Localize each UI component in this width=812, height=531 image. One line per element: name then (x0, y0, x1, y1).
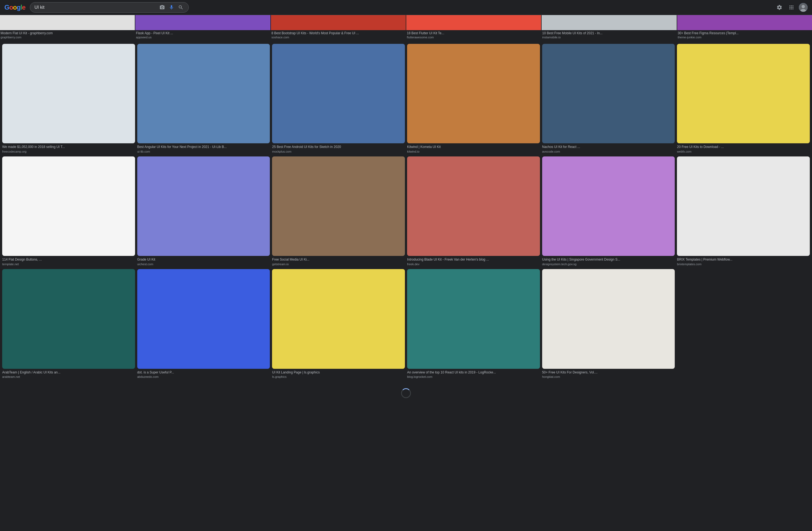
grid-item-title: Free Social Media UI Ki... (272, 257, 405, 262)
top-strip-domain: appseed.us (136, 35, 270, 39)
search-icons (159, 4, 184, 11)
grid-item-title: Kitwind | Kometa UI Kit (407, 145, 540, 149)
grid-item-domain: template.net (2, 262, 135, 266)
search-bar (30, 2, 189, 13)
grid-item-domain: webfx.com (677, 150, 810, 153)
grid-item-domain: brixtemplates.com (677, 262, 810, 266)
grid-item-domain: designsystem.tech.gov.sg (542, 262, 675, 266)
top-strip-thumb (271, 15, 406, 30)
apps-button[interactable] (787, 3, 796, 12)
grid-item-domain: abduzeedo.com (137, 375, 270, 378)
grid-item-domain: arabteam.net (2, 375, 135, 378)
grid-thumb (272, 156, 405, 256)
top-strip-item[interactable]: 8 Best Bootstrap UI Kits - World's Most … (271, 15, 406, 41)
top-strip-domain: theme-junkie.com (678, 35, 811, 39)
grid-item-domain: hongkiat.com (542, 375, 675, 378)
grid-item[interactable]: 50+ Free UI Kits For Designers, Vol.... … (542, 269, 675, 378)
grid-item[interactable]: 20 Free UI Kits to Download - ... webfx.… (677, 44, 810, 153)
grid-item-title: Best Angular UI Kits for Your Next Proje… (137, 145, 270, 149)
header: Google (0, 0, 812, 15)
top-strip-item[interactable]: 10 Best Free Mobile UI Kits of 2021 - In… (541, 15, 677, 41)
grid-item[interactable]: ArabTeam | English / Arabic UI Kits an..… (2, 269, 135, 378)
grid-item-domain: freecodecamp.org (2, 150, 135, 153)
grid-item[interactable]: We made $1,052,000 in 2018 selling UI T.… (2, 44, 135, 153)
grid-item-title: Introducing Blade UI Kit - Freek Van der… (407, 257, 540, 262)
grid-item-domain: blog.logrocket.com (407, 375, 540, 378)
grid-item-domain: uichest.com (137, 262, 270, 266)
top-strip-info: 10 Best Free Mobile UI Kits of 2021 - In… (541, 30, 677, 41)
grid-item[interactable]: dot. is a Super Useful P... abduzeedo.co… (137, 269, 270, 378)
top-strip-thumb (677, 15, 812, 30)
top-strip-title: 18 Best Flutter UI Kit Te... (407, 31, 540, 35)
grid-item-title: An overview of the top 10 React UI kits … (407, 370, 540, 375)
search-button[interactable] (177, 4, 184, 11)
grid-item-title: Nachos UI Kit for React ... (542, 145, 675, 149)
top-image-strip: Modern Flat UI Kit - graphberry.com grap… (0, 15, 812, 41)
top-strip-info: 18 Best Flutter UI Kit Te... flutterawes… (406, 30, 541, 41)
grid-item-title: 50+ Free UI Kits For Designers, Vol.... (542, 370, 675, 375)
grid-item[interactable]: Introducing Blade UI Kit - Freek Van der… (407, 156, 540, 266)
grid-item-domain: getstream.io (272, 262, 405, 266)
grid-item[interactable]: UI Kit Landing Page | ls.graphics ls.gra… (272, 269, 405, 378)
top-strip-item[interactable]: 18 Best Flutter UI Kit Te... flutterawes… (406, 15, 541, 41)
grid-item-title: 20 Free UI Kits to Download - ... (677, 145, 810, 149)
top-strip-domain: graphberry.com (1, 35, 134, 39)
grid-item[interactable]: Grade UI Kit uichest.com (137, 156, 270, 266)
camera-search-button[interactable] (159, 4, 165, 11)
top-strip-domain: flutterawesome.com (407, 35, 540, 39)
loading-indicator (0, 382, 812, 411)
grid-thumb (542, 44, 675, 144)
grid-item-domain: kitwind.io (407, 150, 540, 153)
image-grid: We made $1,052,000 in 2018 selling UI T.… (0, 41, 812, 382)
top-strip-title: 8 Best Bootstrap UI Kits - World's Most … (272, 31, 405, 35)
grid-item[interactable]: Kitwind | Kometa UI Kit kitwind.io (407, 44, 540, 153)
top-strip-item[interactable]: Flask App - Pixel UI Kit ... appseed.us (135, 15, 270, 41)
top-strip-info: Modern Flat UI Kit - graphberry.com grap… (0, 30, 135, 41)
grid-thumb (2, 269, 135, 369)
grid-item-domain: freek.dev (407, 262, 540, 266)
grid-thumb (677, 156, 810, 256)
grid-item-title: 114 Flat Design Buttons, ... (2, 257, 135, 262)
top-strip-title: Flask App - Pixel UI Kit ... (136, 31, 270, 35)
grid-item[interactable]: 114 Flat Design Buttons, ... template.ne… (2, 156, 135, 266)
top-strip-item[interactable]: 30+ Best Free Figma Resources (Templ... … (677, 15, 812, 41)
search-input[interactable] (34, 5, 156, 10)
grid-item-title: ArabTeam | English / Arabic UI Kits an..… (2, 370, 135, 375)
top-strip-thumb (0, 15, 135, 30)
search-icon (178, 5, 184, 10)
google-logo[interactable]: Google (4, 3, 26, 11)
settings-button[interactable] (775, 3, 784, 12)
header-right (775, 3, 808, 12)
grid-item[interactable]: Using the UI Kits | Singapore Government… (542, 156, 675, 266)
top-strip-item[interactable]: Modern Flat UI Kit - graphberry.com grap… (0, 15, 135, 41)
grid-item[interactable]: Free Social Media UI Ki... getstream.io (272, 156, 405, 266)
top-strip-title: 10 Best Free Mobile UI Kits of 2021 - In… (542, 31, 676, 35)
grid-thumb (2, 156, 135, 256)
loading-spinner (401, 388, 411, 398)
camera-icon (159, 5, 165, 10)
top-strip-title: 30+ Best Free Figma Resources (Templ... (678, 31, 811, 35)
grid-item-title: Using the UI Kits | Singapore Government… (542, 257, 675, 262)
grid-item-title: Grade UI Kit (137, 257, 270, 262)
grid-item-domain: ui-lib.com (137, 150, 270, 153)
avatar-image (799, 3, 808, 12)
grid-item[interactable]: An overview of the top 10 React UI kits … (407, 269, 540, 378)
svg-point-1 (801, 5, 805, 8)
grid-thumb (137, 156, 270, 256)
grid-item[interactable]: Best Angular UI Kits for Your Next Proje… (137, 44, 270, 153)
grid-item[interactable]: 25 Best Free Android UI Kits for Sketch … (272, 44, 405, 153)
grid-thumb (407, 44, 540, 144)
grid-thumb (407, 269, 540, 369)
avatar[interactable] (799, 3, 808, 12)
top-strip-thumb (541, 15, 677, 30)
grid-item-title: UI Kit Landing Page | ls.graphics (272, 370, 405, 375)
grid-thumb (272, 269, 405, 369)
voice-search-button[interactable] (168, 4, 175, 11)
grid-thumb (542, 156, 675, 256)
top-strip-info: Flask App - Pixel UI Kit ... appseed.us (135, 30, 270, 41)
grid-item[interactable]: Nachos UI Kit for React ... avocode.com (542, 44, 675, 153)
top-strip-domain: instamobile.io (542, 35, 676, 39)
top-strip-domain: soshace.com (272, 35, 405, 39)
grid-item-domain: avocode.com (542, 150, 675, 153)
grid-item[interactable]: BRIX Templates | Premium Webflow... brix… (677, 156, 810, 266)
